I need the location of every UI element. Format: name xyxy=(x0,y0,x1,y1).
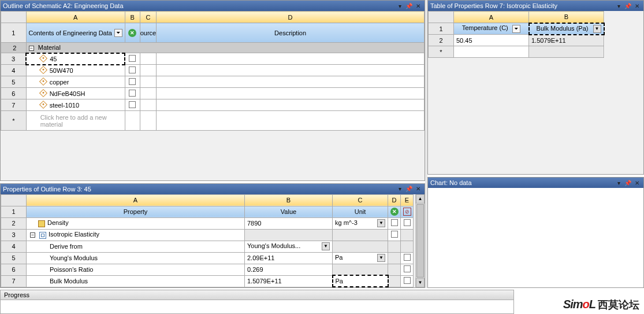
property-value[interactable]: 2.09E+11 xyxy=(245,252,333,264)
props-hdr-unit: Unit xyxy=(333,206,388,217)
checkbox[interactable] xyxy=(404,254,411,261)
material-NdFeB40SH[interactable]: NdFeB40SH xyxy=(26,88,125,99)
add-material-placeholder[interactable]: Click here to add a new material xyxy=(26,111,125,131)
outline-row-hdr-num: 1 xyxy=(1,23,27,43)
filter-icon[interactable]: ⏷ xyxy=(114,29,122,37)
scroll-down-icon[interactable]: ▼ xyxy=(416,278,425,287)
property-unit[interactable] xyxy=(333,229,388,241)
property-d[interactable] xyxy=(388,217,401,229)
outline-col-b[interactable]: B xyxy=(125,12,140,23)
material-description[interactable] xyxy=(157,53,425,65)
props-row-num: 3 xyxy=(1,229,27,241)
tprops-col-a[interactable]: A xyxy=(454,12,529,23)
property-label[interactable]: − Isotropic Elasticity xyxy=(27,229,245,241)
scroll-thumb[interactable] xyxy=(416,204,424,278)
property-unit[interactable]: Pa xyxy=(333,275,388,287)
checkbox[interactable] xyxy=(391,231,398,238)
property-e[interactable] xyxy=(401,275,414,287)
props-row-num: 7 xyxy=(1,275,27,287)
material-checkbox[interactable] xyxy=(125,65,140,76)
props-hdr-value: Value xyxy=(245,206,333,217)
tprops-empty[interactable] xyxy=(454,46,529,58)
property-value[interactable]: 1.5079E+11 xyxy=(245,275,333,287)
watermark-cn: 西莫论坛 xyxy=(598,298,639,312)
material-50W470[interactable]: 50W470 xyxy=(26,65,125,76)
tprops-temp-value[interactable]: 50.45 xyxy=(454,35,529,46)
tprops-pin-icon[interactable]: 📌 xyxy=(624,2,632,10)
property-label[interactable]: Young's Modulus xyxy=(27,252,245,264)
outline-col-d[interactable]: D xyxy=(157,12,425,23)
properties-dropdown-icon[interactable]: ▾ xyxy=(396,185,404,193)
material-tag-icon xyxy=(39,100,47,108)
outline-col-c[interactable]: C xyxy=(140,12,157,23)
checkbox[interactable] xyxy=(404,277,411,284)
chart-dropdown-icon[interactable]: ▾ xyxy=(615,179,623,187)
material-checkbox[interactable] xyxy=(125,99,140,111)
property-label[interactable]: Poisson's Ratio xyxy=(27,264,245,275)
checkbox[interactable] xyxy=(404,265,411,272)
checkbox[interactable] xyxy=(404,219,411,226)
material-45[interactable]: 45 xyxy=(26,53,125,65)
property-label[interactable]: Bulk Modulus xyxy=(27,275,245,287)
tprops-corner xyxy=(429,12,454,23)
check-circle-icon: ✕ xyxy=(390,208,399,216)
chart-close-icon[interactable]: ✕ xyxy=(633,179,641,187)
property-unit[interactable]: kg m^-3▼ xyxy=(333,217,388,229)
material-checkbox[interactable] xyxy=(125,76,140,88)
props-col-c[interactable]: C xyxy=(333,194,388,206)
props-col-b[interactable]: B xyxy=(245,194,333,206)
material-description[interactable] xyxy=(157,65,425,76)
dropdown-icon[interactable]: ▼ xyxy=(322,242,330,250)
scroll-up-icon[interactable]: ▲ xyxy=(416,194,425,204)
dropdown-icon[interactable]: ▼ xyxy=(593,25,601,33)
material-description[interactable] xyxy=(157,99,425,111)
property-d[interactable] xyxy=(388,229,401,241)
property-value[interactable]: 7890 xyxy=(245,217,333,229)
tprops-close-icon[interactable]: ✕ xyxy=(633,2,641,10)
property-e[interactable] xyxy=(401,217,414,229)
property-label[interactable]: Derive from xyxy=(27,241,245,252)
material-description[interactable] xyxy=(157,88,425,99)
props-col-d[interactable]: D xyxy=(388,194,401,206)
outline-hdr-source: ource xyxy=(140,23,157,43)
chart-pin-icon[interactable]: 📌 xyxy=(624,179,632,187)
properties-panel: Properties of Outline Row 3: 45 ▾ 📌 ✕ A … xyxy=(0,183,425,289)
props-col-e[interactable]: E xyxy=(401,194,414,206)
outline-star-row: * xyxy=(1,111,27,131)
material-description[interactable] xyxy=(157,76,425,88)
tprops-col-b[interactable]: B xyxy=(529,12,604,23)
checkbox[interactable] xyxy=(391,219,398,226)
tprops-hdr-bulk[interactable]: Bulk Modulus (Pa) ▼ xyxy=(529,23,604,35)
outline-close-icon[interactable]: ✕ xyxy=(414,2,422,10)
collapse-icon[interactable]: − xyxy=(29,46,34,51)
property-e[interactable] xyxy=(401,264,414,275)
tprops-star: * xyxy=(429,46,454,58)
material-steel-1010[interactable]: steel-1010 xyxy=(26,99,125,111)
property-e[interactable] xyxy=(401,252,414,264)
material-copper[interactable]: copper xyxy=(26,76,125,88)
property-label[interactable]: Density xyxy=(27,217,245,229)
outline-group-material[interactable]: − Material xyxy=(26,43,424,53)
property-value[interactable]: Young's Modulus...▼ xyxy=(245,241,333,252)
outline-col-a[interactable]: A xyxy=(26,12,125,23)
outline-pin-icon[interactable]: 📌 xyxy=(405,2,413,10)
material-checkbox[interactable] xyxy=(125,88,140,99)
props-col-a[interactable]: A xyxy=(27,194,245,206)
property-unit[interactable] xyxy=(333,264,388,275)
material-checkbox[interactable] xyxy=(125,53,140,65)
tprops-dropdown-icon[interactable]: ▾ xyxy=(615,2,623,10)
property-value[interactable]: 0.269 xyxy=(245,264,333,275)
dropdown-icon[interactable]: ▼ xyxy=(377,254,385,262)
filter-icon[interactable]: ⏷ xyxy=(512,25,520,33)
properties-close-icon[interactable]: ✕ xyxy=(414,185,422,193)
properties-scrollbar[interactable]: ▲ ▼ xyxy=(415,194,425,288)
property-unit[interactable]: Pa▼ xyxy=(333,252,388,264)
property-value[interactable] xyxy=(245,229,333,241)
outline-dropdown-icon[interactable]: ▾ xyxy=(396,2,404,10)
collapse-icon[interactable]: − xyxy=(30,232,35,238)
props-row-num: 6 xyxy=(1,264,27,275)
property-unit[interactable] xyxy=(333,241,388,252)
dropdown-icon[interactable]: ▼ xyxy=(377,219,385,227)
material-source xyxy=(140,88,157,99)
properties-pin-icon[interactable]: 📌 xyxy=(405,185,413,193)
